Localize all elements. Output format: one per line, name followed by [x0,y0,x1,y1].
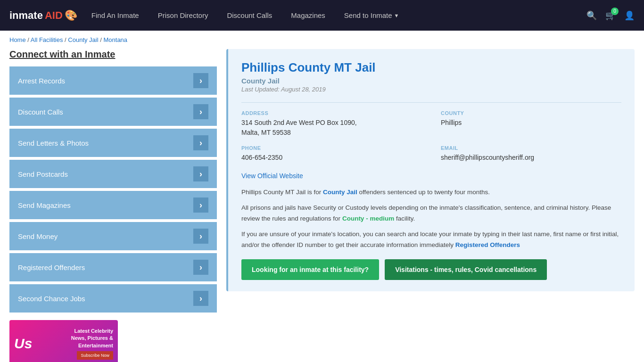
county-jail-link-1[interactable]: County Jail [323,189,357,196]
phone-block: PHONE 406-654-2350 [241,145,422,163]
breadcrumb-all-facilities[interactable]: All Facilities [31,36,63,43]
ad-line3: Entertainment [41,342,113,349]
county-label: COUNTY [441,110,621,116]
main-nav: Find An Inmate Prison Directory Discount… [91,11,572,19]
cart-badge: 0 [611,8,619,15]
arrow-icon-send-magazines: › [193,197,208,213]
content-area: Phillips County MT Jail County Jail Last… [226,49,635,362]
sidebar-item-second-chance-jobs[interactable]: Second Chance Jobs › [9,284,217,313]
sidebar-item-send-money[interactable]: Send Money › [9,222,217,250]
arrow-icon-send-letters: › [193,135,208,150]
sidebar-item-send-postcards[interactable]: Send Postcards › [9,160,217,188]
email-label: EMAIL [441,145,621,151]
arrow-icon-arrest-records: › [193,73,208,88]
search-icon[interactable]: 🔍 [586,10,597,21]
sidebar-item-send-magazines[interactable]: Send Magazines › [9,191,217,219]
arrow-icon-send-money: › [193,229,208,244]
sidebar-label-send-postcards: Send Postcards [18,170,68,178]
logo-icon: 🎨 [65,9,77,22]
sidebar-label-discount-calls: Discount Calls [18,108,63,116]
arrow-icon-send-postcards: › [193,166,208,181]
arrow-icon-registered-offenders: › [193,260,208,275]
user-icon[interactable]: 👤 [624,10,635,21]
logo-text: inmate [9,9,43,22]
logo[interactable]: inmate AID 🎨 [9,9,77,22]
logo-aid: AID [45,9,63,22]
nav-discount-calls[interactable]: Discount Calls [227,11,272,19]
nav-find-inmate[interactable]: Find An Inmate [91,11,139,19]
official-website-link[interactable]: View Official Website [241,172,303,180]
nav-send-to-inmate[interactable]: Send to Inmate ▼ [344,11,399,19]
facility-name: Phillips County MT Jail [241,60,621,75]
sidebar-item-registered-offenders[interactable]: Registered Offenders › [9,253,217,281]
facility-desc-1: Phillips County MT Jail is for County Ja… [241,187,621,198]
arrow-icon-second-chance-jobs: › [193,291,208,306]
breadcrumb-home[interactable]: Home [9,36,26,43]
breadcrumb-montana[interactable]: Montana [103,36,127,43]
ad-subscribe-button[interactable]: Subscribe Now [77,351,113,360]
county-block: COUNTY Phillips [441,110,621,138]
ad-content: Latest Celebrity News, Pictures & Entert… [37,323,118,362]
main-layout: Connect with an Inmate Arrest Records › … [0,49,644,362]
visitations-button[interactable]: Visitations - times, rules, Covid cancel… [385,259,547,280]
sidebar-label-send-letters: Send Letters & Photos [18,139,89,147]
breadcrumb: Home / All Facilities / County Jail / Mo… [0,31,644,49]
county-value: Phillips [441,118,621,128]
breadcrumb-county-jail[interactable]: County Jail [68,36,98,43]
sidebar-item-send-letters[interactable]: Send Letters & Photos › [9,129,217,157]
address-value: 314 South 2nd Ave West PO Box 1090, Malt… [241,118,422,138]
divider [241,102,621,103]
main-header: inmate AID 🎨 Find An Inmate Prison Direc… [0,0,644,31]
email-block: EMAIL sheriff@phillipscountysheriff.org [441,145,621,163]
sidebar: Connect with an Inmate Arrest Records › … [9,49,217,362]
facility-desc-2: All prisons and jails have Security or C… [241,203,621,224]
county-medium-link[interactable]: County - medium [342,215,394,222]
email-value: sheriff@phillipscountysheriff.org [441,153,621,163]
sidebar-item-arrest-records[interactable]: Arrest Records › [9,66,217,95]
arrow-icon-discount-calls: › [193,104,208,119]
ad-logo: Us [9,331,37,356]
sidebar-title: Connect with an Inmate [9,49,217,60]
facility-desc-3: If you are unsure of your inmate's locat… [241,229,621,251]
advertisement: Us Latest Celebrity News, Pictures & Ent… [9,320,118,362]
header-icons: 🔍 🛒 0 👤 [586,10,635,21]
ad-line2: News, Pictures & [41,335,113,342]
facility-type: County Jail [241,77,621,85]
phone-label: PHONE [241,145,422,151]
address-block: ADDRESS 314 South 2nd Ave West PO Box 10… [241,110,422,138]
action-buttons: Looking for an inmate at this facility? … [241,259,621,280]
chevron-down-icon: ▼ [394,13,399,18]
ad-line1: Latest Celebrity [41,328,113,335]
looking-for-inmate-button[interactable]: Looking for an inmate at this facility? [241,259,379,280]
sidebar-label-arrest-records: Arrest Records [18,77,65,85]
sidebar-item-discount-calls[interactable]: Discount Calls › [9,98,217,126]
address-label: ADDRESS [241,110,422,116]
nav-prison-directory[interactable]: Prison Directory [158,11,208,19]
sidebar-label-send-money: Send Money [18,232,58,240]
registered-offenders-link[interactable]: Registered Offenders [455,241,520,248]
facility-card: Phillips County MT Jail County Jail Last… [226,49,635,291]
sidebar-label-second-chance-jobs: Second Chance Jobs [18,295,85,303]
info-grid: ADDRESS 314 South 2nd Ave West PO Box 10… [241,110,621,163]
facility-last-updated: Last Updated: August 28, 2019 [241,86,621,93]
nav-magazines[interactable]: Magazines [291,11,325,19]
sidebar-label-send-magazines: Send Magazines [18,201,71,209]
cart-icon[interactable]: 🛒 0 [605,10,616,21]
sidebar-label-registered-offenders: Registered Offenders [18,263,85,272]
phone-value: 406-654-2350 [241,153,422,163]
